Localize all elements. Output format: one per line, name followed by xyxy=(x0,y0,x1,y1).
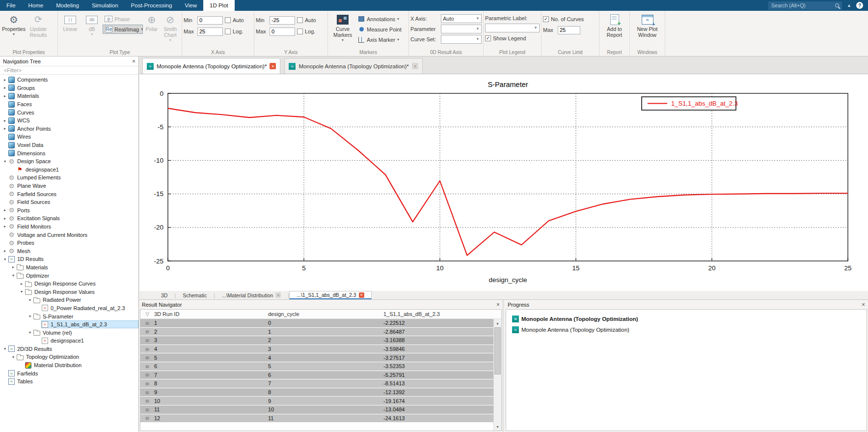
table-row[interactable]: ▤1110-13.0484 xyxy=(140,405,493,414)
table-row[interactable]: ▤1211-24.1613 xyxy=(140,414,493,423)
0d-x-axis-dropdown[interactable]: Auto ▼ xyxy=(441,14,482,23)
tree-expander-icon[interactable]: ▸ xyxy=(2,78,8,82)
tree-expander-icon[interactable]: ▾ xyxy=(27,298,33,302)
tree-item-voxel-data[interactable]: Voxel Data xyxy=(0,141,138,149)
document-tab-1[interactable]: ≈Monopole Antenna (Topology Optimization… xyxy=(142,58,280,74)
no-of-curves-checkbox[interactable] xyxy=(543,16,549,22)
table-row[interactable]: ▤32-3.16388 xyxy=(140,336,493,345)
tree-item-designspace1[interactable]: designspace1 xyxy=(0,166,138,174)
view-tab-1-s1-1-abs-db-at-2-3[interactable]: ...\1_S1,1_abs_dB_at_2.3× xyxy=(289,291,371,299)
tree-item-farfield-sources[interactable]: Farfield Sources xyxy=(0,190,138,198)
table-row[interactable]: ▤43-3.59846 xyxy=(140,345,493,354)
tree-item-anchor-points[interactable]: ▸Anchor Points xyxy=(0,125,138,133)
table-row[interactable]: ▤87-8.51413 xyxy=(140,379,493,388)
tree-expander-icon[interactable]: ▸ xyxy=(2,94,8,98)
curve-limit-max-input[interactable] xyxy=(558,26,580,34)
x-min-input[interactable] xyxy=(197,16,223,25)
tree-item-design-response-curves[interactable]: ▸Design Response Curves xyxy=(0,280,138,288)
tree-item-plane-wave[interactable]: Plane Wave xyxy=(0,182,138,190)
view-tab-3d[interactable]: 3D xyxy=(154,291,174,299)
tree-item-excitation-signals[interactable]: ▸Excitation Signals xyxy=(0,214,138,223)
annotations-button[interactable]: Annotations ▾ xyxy=(356,14,404,24)
close-tab-icon[interactable]: × xyxy=(359,292,364,298)
search-input[interactable]: Search (Alt+Q) xyxy=(768,1,842,10)
close-tab-icon[interactable]: × xyxy=(412,63,418,69)
ribbon-tab-home[interactable]: Home xyxy=(22,0,50,11)
row-pin-icon[interactable]: ▤ xyxy=(140,355,154,360)
properties-button[interactable]: ⚙ Properties ▾ xyxy=(1,12,26,36)
polar-button[interactable]: ⊕ Polar xyxy=(143,12,160,32)
tree-item-2d-3d-results[interactable]: ▾2D/3D Results xyxy=(0,345,138,353)
row-pin-icon[interactable]: ▤ xyxy=(140,338,154,343)
tree-item-farfields[interactable]: Farfields xyxy=(0,369,138,377)
tree-item-designspace1[interactable]: designspace1 xyxy=(0,337,138,345)
x-max-input[interactable] xyxy=(197,28,223,36)
tree-item-probes[interactable]: Probes xyxy=(0,239,138,247)
tree-expander-icon[interactable]: ▾ xyxy=(27,330,33,335)
tree-expander-icon[interactable]: ▸ xyxy=(19,282,25,286)
scrollbar-thumb[interactable] xyxy=(494,327,501,374)
tree-expander-icon[interactable]: ▸ xyxy=(2,249,8,253)
parametric-label-dropdown[interactable]: ▼ xyxy=(485,24,540,32)
column-header-design-cycle[interactable]: design_cycle xyxy=(268,311,383,317)
row-pin-icon[interactable]: ▤ xyxy=(140,390,154,395)
y-min-input[interactable] xyxy=(270,16,295,25)
tree-item-wcs[interactable]: ▸WCS xyxy=(0,116,138,125)
tree-item-1d-results[interactable]: ▾1D Results xyxy=(0,255,138,263)
smith-chart-button[interactable]: ⊘ Smith Chart ▾ xyxy=(160,12,180,42)
tree-item-0-power-radiated-real-at-2-3[interactable]: 0_Power Radiated_real_at_2.3 xyxy=(0,304,138,313)
close-tab-icon[interactable]: × xyxy=(270,63,276,69)
column-header-value[interactable]: 1_S1,1_abs_dB_at_2.3 xyxy=(383,311,493,317)
tree-item-radiated-power[interactable]: ▾Radiated Power xyxy=(0,296,138,304)
tree-expander-icon[interactable]: ▾ xyxy=(2,257,8,261)
row-pin-icon[interactable]: ▤ xyxy=(140,381,154,386)
tree-item-materials[interactable]: ▸Materials xyxy=(0,263,138,272)
tree-item-wires[interactable]: Wires xyxy=(0,133,138,141)
tree-expander-icon[interactable]: ▾ xyxy=(2,346,8,351)
tree-expander-icon[interactable]: ▸ xyxy=(2,216,8,221)
tree-expander-icon[interactable]: ▸ xyxy=(2,86,8,90)
new-plot-window-button[interactable]: ≈ New Plot Window xyxy=(631,12,663,38)
show-legend-checkbox[interactable] xyxy=(485,35,491,41)
progress-item[interactable]: ≈Monopole Antenna (Topology Optimization… xyxy=(512,314,867,324)
tree-item-optimizer[interactable]: ▾Optimizer xyxy=(0,271,138,280)
x-log-checkbox[interactable] xyxy=(225,29,231,34)
add-to-report-button[interactable]: Add to Report xyxy=(601,12,628,38)
view-tab-material-distribution[interactable]: ...\Material Distribution× xyxy=(215,291,288,299)
ribbon-tab-view[interactable]: View xyxy=(178,0,203,11)
close-icon[interactable]: × xyxy=(496,302,500,308)
tree-item-faces[interactable]: Faces xyxy=(0,100,138,109)
tree-item-field-monitors[interactable]: ▸Field Monitors xyxy=(0,223,138,231)
collapse-ribbon-icon[interactable]: ▲ xyxy=(847,3,851,8)
table-row[interactable]: ▤10-2.22512 xyxy=(140,319,493,328)
filter-funnel-icon[interactable]: ▽ xyxy=(140,312,154,317)
row-pin-icon[interactable]: ▤ xyxy=(140,347,154,351)
tree-item-components[interactable]: ▸Components xyxy=(0,76,138,84)
ribbon-tab-post-processing[interactable]: Post-Processing xyxy=(125,0,179,11)
column-header-3d-run-id[interactable]: 3D Run ID xyxy=(154,311,268,317)
scroll-down-icon[interactable]: ▼ xyxy=(494,423,501,431)
x-auto-checkbox[interactable] xyxy=(225,17,231,23)
tree-expander-icon[interactable]: ▾ xyxy=(19,289,25,294)
table-row[interactable]: ▤76-5.25791 xyxy=(140,371,493,380)
row-pin-icon[interactable]: ▤ xyxy=(140,329,154,334)
tree-item-volume-rel[interactable]: ▾Volume (rel) xyxy=(0,328,138,337)
tree-item-curves[interactable]: Curves xyxy=(0,108,138,116)
progress-item[interactable]: ≈Monopole Antenna (Topology Optimization… xyxy=(512,324,867,335)
tree-expander-icon[interactable]: ▾ xyxy=(10,355,16,359)
ribbon-tab-file[interactable]: File xyxy=(0,0,22,11)
phase-button[interactable]: φ Phase xyxy=(103,14,143,24)
y-log-checkbox[interactable] xyxy=(297,29,303,34)
tree-expander-icon[interactable]: ▸ xyxy=(2,224,8,229)
tree-item-design-space[interactable]: ▾Design Space xyxy=(0,157,138,166)
close-icon[interactable]: × xyxy=(862,302,865,308)
ribbon-tab-modeling[interactable]: Modeling xyxy=(50,0,85,11)
ribbon-tab-simulation[interactable]: Simulation xyxy=(85,0,125,11)
close-icon[interactable]: × xyxy=(132,58,136,64)
y-auto-checkbox[interactable] xyxy=(297,17,303,23)
curve-markers-button[interactable]: Curve Markers ▾ xyxy=(329,12,356,42)
0d-parameter-dropdown[interactable]: ▼ xyxy=(441,25,482,33)
row-pin-icon[interactable]: ▤ xyxy=(140,399,154,403)
tree-item-field-sources[interactable]: Field Sources xyxy=(0,198,138,206)
document-tab-2[interactable]: ≈Monopole Antenna (Topology Optimization… xyxy=(284,58,422,74)
